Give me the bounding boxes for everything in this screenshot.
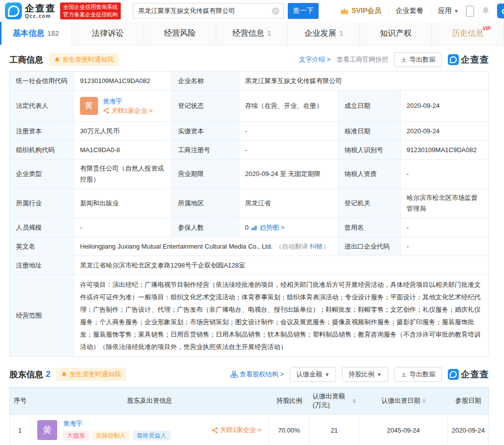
mobile-app-icon[interactable] xyxy=(466,5,474,17)
search-box: × xyxy=(133,3,284,19)
nav-apps[interactable]: 应用▼ xyxy=(438,6,459,15)
business-info-table: 统一社会信用代码 91230109MA1C9DA082 企业名称 黑龙江聚享互娱… xyxy=(9,71,489,357)
brand-text[interactable]: 企查查 Qcc.com xyxy=(25,3,56,19)
search-input[interactable] xyxy=(137,7,272,15)
nav-divider xyxy=(388,7,389,15)
taxpayer-qual-label: 纳税人资质 xyxy=(338,160,401,188)
notify-on-change-badge[interactable]: 发生变更时通知我 xyxy=(49,53,119,66)
equity-structure-link[interactable]: 查看股权结构 > xyxy=(231,370,284,379)
tag-actual-controller: 实际控制人 xyxy=(92,431,130,441)
chevron-down-icon: ▼ xyxy=(325,372,330,377)
clear-search-icon[interactable]: × xyxy=(272,7,279,15)
qcc-watermark-glyph xyxy=(450,56,457,63)
company-type-value: 有限责任公司（自然人投资或控股） xyxy=(74,160,172,188)
col-shareholder-info: 股东及出资信息 xyxy=(30,387,269,414)
tab-company-development[interactable]: 企业发展 1 xyxy=(288,22,360,45)
industry-value: 新闻和出版业 xyxy=(74,189,172,218)
col-subscribe-date-label: 认缴出资日期 xyxy=(382,396,420,405)
sort-icon[interactable] xyxy=(352,399,356,403)
tab-label: 经营风险 xyxy=(164,28,196,39)
trend-chart-icon xyxy=(251,225,257,231)
shareholders-header: 股东信息 2 发生变更时通知我 查看股权结构 > 认缴金额 ▼ 持股比例 ▼ 导… xyxy=(9,365,489,384)
insured-label: 参保人数 xyxy=(172,218,239,237)
qcc-logo-icon[interactable] xyxy=(5,2,22,19)
text-intro-link[interactable]: 文字介绍 > xyxy=(299,55,331,64)
business-scope-value: 许可项目：演出经纪；广播电视节目制作经营（依法须经批准的项目，经相关部门批准后方… xyxy=(74,275,489,356)
export-data-button[interactable]: 导出数据 xyxy=(394,367,442,382)
download-icon xyxy=(401,57,407,63)
english-name-cell: Heilongjiang Juxiang Mutual Entertainmen… xyxy=(74,237,338,256)
header-actions: 查看股权结构 > 认缴金额 ▼ 持股比例 ▼ 导出数据 企查查 xyxy=(231,367,489,382)
related-companies-icon xyxy=(212,427,218,434)
legal-rep-related-link[interactable]: 关联1家企业 > xyxy=(103,107,153,115)
filter-label: 认缴金额 xyxy=(296,370,322,379)
ratio-value: 70.00% xyxy=(269,415,310,445)
legal-rep-name-link[interactable]: 黄海宇 xyxy=(103,97,153,105)
nav-divider xyxy=(430,7,431,15)
main-content: 工商信息 发生变更时通知我 文字介绍 > 查看工商官网快照 导出数据 企查查 统… xyxy=(0,50,504,445)
related-companies-link[interactable]: 关联1家企业 > xyxy=(212,426,261,434)
vip-badge: VIP xyxy=(483,26,491,31)
english-name-value: Heilongjiang Juxiang Mutual Entertainmen… xyxy=(80,241,272,252)
table-row: 1 黄 黄海宇 大股东 实际控制人 最终受益人 关联1家企业 > 70.00% … xyxy=(10,415,489,445)
org-code-value: MA1C9DA0-8 xyxy=(74,141,172,159)
tab-operating-risk[interactable]: 经营风险 xyxy=(144,22,216,45)
biz-reg-no-label: 工商注册号 xyxy=(172,141,239,159)
nav-package[interactable]: 企业套餐 xyxy=(396,6,423,15)
notifications-bell-icon[interactable] xyxy=(481,6,490,15)
filter-label: 持股比例 xyxy=(348,370,374,379)
est-date-value: 2020-09-24 xyxy=(401,90,489,121)
export-data-button[interactable]: 导出数据 xyxy=(394,52,442,67)
shareholding-ratio-filter[interactable]: 持股比例 ▼ xyxy=(342,367,388,382)
shareholders-count: 2 xyxy=(46,369,50,379)
related-label: 关联1家企业 > xyxy=(111,107,153,115)
legal-rep-cell: 黄 黄海宇 关联1家企业 > xyxy=(74,90,172,121)
auto-translate-note-close: ） xyxy=(323,241,329,252)
reg-capital-value: 30万元人民币 xyxy=(74,122,172,140)
business-scope-label: 经营范围 xyxy=(10,275,74,356)
trend-link[interactable]: 趋势图 > xyxy=(259,222,284,233)
tag-major-shareholder: 大股东 xyxy=(63,431,89,441)
download-icon xyxy=(401,371,407,378)
credit-code-label: 统一社会信用代码 xyxy=(10,72,74,90)
shareholders-table: 序号 股东及出资信息 持股比例 认缴出资额(万元) 认缴出资日期 参股日期 1 … xyxy=(9,387,489,445)
related-companies-icon xyxy=(103,107,109,114)
biz-term-value: 2020-09-24 至 无固定期限 xyxy=(239,160,338,188)
qcc-watermark-glyph xyxy=(450,371,457,378)
official-snapshot-link[interactable]: 查看工商官网快照 xyxy=(336,55,388,64)
reg-authority-value: 哈尔滨市松北区市场监督管理局 xyxy=(401,189,489,218)
tab-legal-proceedings[interactable]: 法律诉讼 xyxy=(72,22,144,45)
col-subscribe-date[interactable]: 认缴出资日期 xyxy=(359,387,448,414)
region-value: 黑龙江省 xyxy=(239,189,338,218)
cert-line1: 全国企业信用查询系统 xyxy=(63,3,118,11)
sort-icon[interactable] xyxy=(422,399,426,403)
biz-reg-no-value: - xyxy=(239,141,338,159)
tab-operating-info[interactable]: 经营信息 1 xyxy=(216,22,288,45)
shareholder-name-link[interactable]: 黄海宇 xyxy=(63,420,170,428)
taxpayer-qual-value: - xyxy=(401,160,489,188)
correction-link[interactable]: 纠错 xyxy=(310,241,323,252)
tab-label: 法律诉讼 xyxy=(92,28,124,39)
svip-link[interactable]: SVIP会员 xyxy=(340,6,381,15)
tab-intellectual-property[interactable]: 知识产权 xyxy=(360,22,432,45)
notify-label: 发生变更时通知我 xyxy=(62,55,114,64)
tab-history-info[interactable]: 历史信息 VIP xyxy=(432,22,504,45)
est-date-label: 成立日期 xyxy=(338,90,401,121)
address-value: 黑龙江省哈尔滨市松北区文泰路1298号千企双创园A128室 xyxy=(74,256,489,274)
subscribed-amount-filter[interactable]: 认缴金额 ▼ xyxy=(290,367,336,382)
chevron-down-icon: ▼ xyxy=(377,372,382,377)
col-amount[interactable]: 认缴出资额(万元) xyxy=(310,387,359,414)
top-bar: 企查查 Qcc.com 全国企业信用查询系统 官方备案企业征信机构 × 查一下 … xyxy=(0,0,504,22)
legal-rep-label: 法定代表人 xyxy=(10,90,74,121)
user-avatar[interactable]: Q xyxy=(497,3,504,18)
notify-on-change-badge[interactable]: 发生变更时通知我 xyxy=(56,368,126,381)
taxpayer-id-label: 纳税人识别号 xyxy=(338,141,401,159)
chevron-down-icon: ▼ xyxy=(454,8,459,14)
approval-date-value: 2020-09-24 xyxy=(401,122,489,140)
reg-status-label: 登记状态 xyxy=(172,90,239,121)
svip-label: SVIP会员 xyxy=(351,6,381,15)
tab-label: 企业发展 xyxy=(304,28,336,39)
tab-basic-info[interactable]: 基本信息 182 xyxy=(0,22,72,45)
search-button[interactable]: 查一下 xyxy=(288,3,319,19)
qcc-watermark-text: 企查查 xyxy=(461,368,489,380)
